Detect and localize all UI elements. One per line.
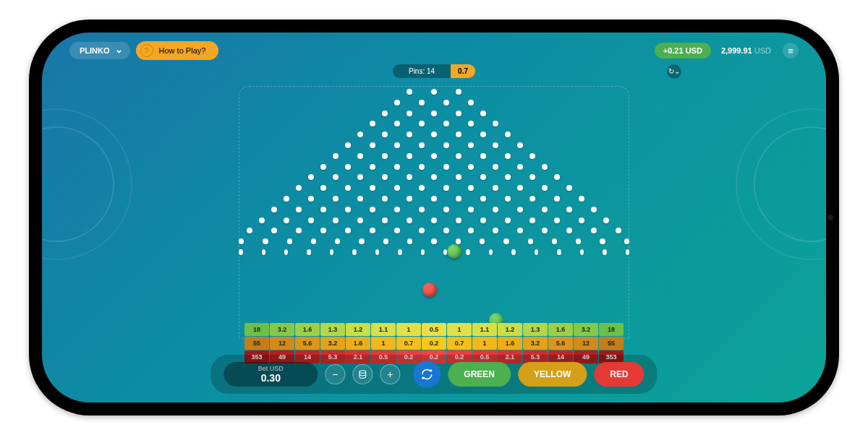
payout-cell: 1 bbox=[447, 323, 472, 336]
help-label: How to Play? bbox=[159, 46, 206, 55]
payout-cell: 18 bbox=[244, 323, 269, 336]
bet-label: Bet USD bbox=[239, 365, 302, 372]
drop-green-button[interactable]: GREEN bbox=[448, 362, 511, 387]
payout-cell: 5.6 bbox=[295, 337, 320, 350]
how-to-play-button[interactable]: ? How to Play? bbox=[136, 41, 219, 60]
hamburger-menu-button[interactable]: ≡ bbox=[783, 43, 799, 59]
bottom-bar: Bet USD 0.30 − + GREEN YELLOW RED bbox=[210, 355, 657, 394]
bet-decrease-button[interactable]: − bbox=[325, 364, 345, 384]
balance-value: 2,999.91 bbox=[721, 46, 752, 55]
ball-green bbox=[447, 244, 461, 259]
payout-cell: 1 bbox=[396, 323, 421, 336]
payout-cell: 1.1 bbox=[472, 323, 497, 336]
payout-cell: 1 bbox=[371, 337, 396, 350]
payout-cell: 55 bbox=[599, 337, 624, 350]
phone-frame: PLINKO ? How to Play? +0.21 USD 2,999.91… bbox=[29, 20, 839, 415]
sub-bar: Pins: 14 0.7 ↻⌄ bbox=[42, 64, 826, 78]
pins-count-pill[interactable]: Pins: 14 bbox=[393, 64, 451, 78]
payout-cell: 3.2 bbox=[320, 337, 345, 350]
drop-red-button[interactable]: RED bbox=[594, 362, 644, 387]
payout-cell: 1.6 bbox=[295, 323, 320, 336]
game-screen: PLINKO ? How to Play? +0.21 USD 2,999.91… bbox=[42, 33, 826, 402]
multiplier-pill: 0.7 bbox=[451, 64, 475, 78]
payout-cell: 1 bbox=[472, 337, 497, 350]
pins-grid bbox=[239, 89, 629, 260]
payout-cell: 12 bbox=[574, 337, 598, 350]
last-win-badge: +0.21 USD bbox=[655, 43, 711, 59]
game-selector-dropdown[interactable]: PLINKO bbox=[69, 42, 130, 59]
payout-cell: 0.5 bbox=[422, 323, 446, 336]
payout-cell: 12 bbox=[270, 337, 294, 350]
bet-increase-button[interactable]: + bbox=[380, 364, 400, 384]
payout-cell: 3.2 bbox=[523, 337, 548, 350]
payout-cell: 5.6 bbox=[548, 337, 573, 350]
svg-point-0 bbox=[359, 371, 366, 374]
phone-camera bbox=[827, 215, 833, 220]
payout-cell: 3.2 bbox=[574, 323, 598, 336]
ball-red bbox=[422, 283, 437, 297]
payout-cell: 0.7 bbox=[396, 337, 421, 350]
payout-cell: 1.2 bbox=[498, 323, 522, 336]
decoration bbox=[42, 108, 132, 260]
payout-cell: 0.2 bbox=[422, 337, 446, 350]
payout-cell: 1.6 bbox=[548, 323, 573, 336]
coins-icon bbox=[357, 369, 367, 379]
balance-display: 2,999.91 USD bbox=[721, 46, 771, 55]
plinko-board bbox=[239, 86, 629, 339]
autoplay-button[interactable] bbox=[413, 361, 441, 388]
question-icon: ? bbox=[140, 44, 153, 57]
payout-cell: 1.3 bbox=[320, 323, 345, 336]
payout-cell: 1.1 bbox=[371, 323, 396, 336]
decoration bbox=[736, 108, 826, 260]
payout-cell: 0.7 bbox=[447, 337, 472, 350]
payout-cell: 3.2 bbox=[270, 323, 294, 336]
bet-coins-button[interactable] bbox=[352, 364, 373, 384]
drop-yellow-button[interactable]: YELLOW bbox=[518, 362, 587, 387]
payout-cell: 1.3 bbox=[523, 323, 548, 336]
balance-currency: USD bbox=[754, 46, 771, 55]
payout-cell: 18 bbox=[599, 323, 624, 336]
payout-cell: 1.6 bbox=[498, 337, 522, 350]
history-button[interactable]: ↻⌄ bbox=[667, 64, 681, 79]
refresh-icon bbox=[420, 368, 433, 381]
payout-cell: 1.6 bbox=[346, 337, 370, 350]
bet-value: 0.30 bbox=[239, 372, 302, 384]
top-bar: PLINKO ? How to Play? +0.21 USD 2,999.91… bbox=[42, 41, 826, 60]
payout-cell: 55 bbox=[244, 337, 269, 350]
bet-amount-display[interactable]: Bet USD 0.30 bbox=[224, 362, 318, 387]
payout-cell: 1.2 bbox=[346, 323, 370, 336]
